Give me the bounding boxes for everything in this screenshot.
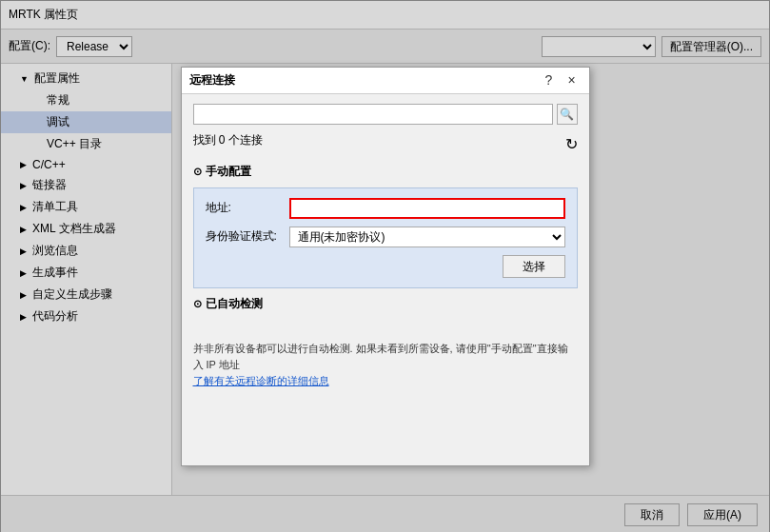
address-row: 地址: bbox=[206, 198, 565, 219]
search-icon: 🔍 bbox=[560, 108, 574, 121]
auto-detect-section-header[interactable]: ⊙ 已自动检测 bbox=[193, 296, 578, 312]
manual-config-arrow: ⊙ bbox=[193, 166, 202, 178]
dialog-help-button[interactable]: ? bbox=[540, 70, 559, 89]
refresh-icon: ↻ bbox=[565, 136, 578, 152]
dialog-title-buttons: ? × bbox=[540, 70, 582, 89]
auto-detect-label: 已自动检测 bbox=[206, 296, 263, 312]
manual-config-section-header[interactable]: ⊙ 手动配置 bbox=[193, 164, 578, 180]
refresh-button[interactable]: ↻ bbox=[565, 135, 578, 153]
dialog-overlay: 远程连接 ? × 🔍 找到 0 个连接 ↻ bbox=[0, 0, 770, 532]
search-row: 🔍 bbox=[193, 104, 578, 125]
select-button[interactable]: 选择 bbox=[503, 255, 565, 278]
dialog-content: 🔍 找到 0 个连接 ↻ ⊙ 手动配置 地址: bbox=[182, 94, 589, 398]
info-link[interactable]: 了解有关远程诊断的详细信息 bbox=[193, 375, 329, 386]
select-btn-row: 选择 bbox=[206, 255, 565, 278]
auth-row: 身份验证模式: 通用(未加密协议) Windows 身份验证 bbox=[206, 227, 565, 247]
manual-config-area: 地址: 身份验证模式: 通用(未加密协议) Windows 身份验证 选择 bbox=[193, 187, 578, 288]
dialog-title: 远程连接 bbox=[189, 72, 235, 89]
address-label: 地址: bbox=[206, 200, 282, 216]
dialog-close-button[interactable]: × bbox=[563, 70, 582, 89]
auth-select[interactable]: 通用(未加密协议) Windows 身份验证 bbox=[289, 227, 565, 247]
dialog-title-bar: 远程连接 ? × bbox=[182, 68, 589, 94]
info-area: 并非所有设备都可以进行自动检测. 如果未看到所需设备, 请使用"手动配置"直接输… bbox=[193, 341, 578, 388]
auth-label: 身份验证模式: bbox=[206, 228, 282, 245]
remote-connection-dialog: 远程连接 ? × 🔍 找到 0 个连接 ↻ bbox=[181, 67, 590, 466]
found-count-label: 找到 0 个连接 bbox=[193, 132, 263, 148]
search-input[interactable] bbox=[193, 104, 553, 125]
manual-config-label: 手动配置 bbox=[206, 164, 251, 180]
auto-detect-arrow: ⊙ bbox=[193, 298, 202, 310]
address-input[interactable] bbox=[289, 198, 565, 219]
search-button[interactable]: 🔍 bbox=[557, 104, 578, 125]
info-text: 并非所有设备都可以进行自动检测. 如果未看到所需设备, 请使用"手动配置"直接输… bbox=[193, 341, 578, 374]
